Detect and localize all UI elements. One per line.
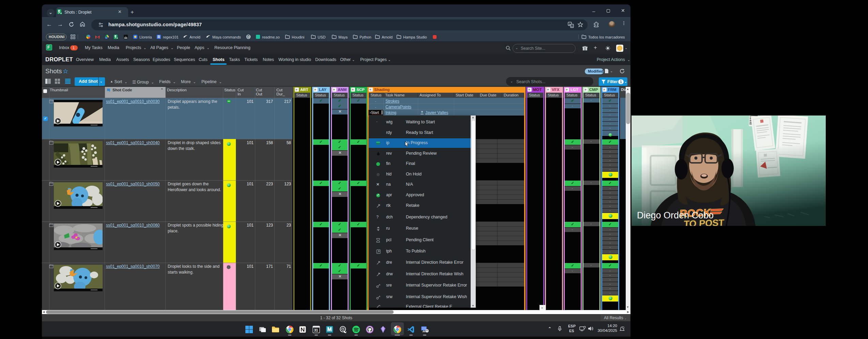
svg-text:31: 31 — [314, 328, 318, 332]
svg-text:W: W — [247, 35, 250, 38]
svg-text:R: R — [158, 35, 161, 39]
svg-text:a: a — [571, 25, 573, 27]
svg-text:Diego Orden Cobo: Diego Orden Cobo — [637, 210, 714, 220]
